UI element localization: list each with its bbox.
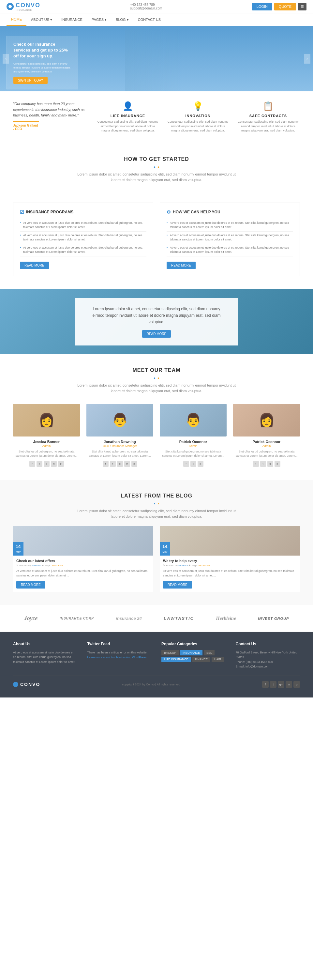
nav-item-home[interactable]: HOME: [6, 13, 26, 26]
partner-insurance24: insurance 24: [116, 616, 142, 621]
patrick1-pi-icon[interactable]: p: [198, 461, 203, 467]
header: CONVO INSURANCE +40 123 456 789 support@…: [0, 0, 313, 13]
section-divider-2: [13, 377, 300, 379]
footer-pi-icon[interactable]: p: [294, 681, 300, 688]
footer-cat-insurance[interactable]: INSURANCE: [180, 650, 202, 655]
footer-contact-email: E-mail: info@domain.com: [236, 664, 300, 669]
jessica-name: Jessica Bonner: [13, 440, 80, 444]
hero-section: Check our insurance services and get up …: [0, 26, 313, 91]
programs-section: ☑ INSURANCE PROGRAMS At vero eos et accu…: [0, 203, 313, 289]
footer-contact-address: 78 Owlford Street, Beverly Hill New York…: [236, 650, 300, 660]
hero-arrow-right[interactable]: ›: [304, 54, 310, 64]
jonathan-g-icon[interactable]: g: [117, 461, 123, 467]
jonathan-in-icon[interactable]: in: [124, 461, 130, 467]
patrick2-name: Patrick Oconnor: [233, 440, 300, 444]
footer-in-icon[interactable]: in: [286, 681, 292, 688]
section-divider-3: [13, 502, 300, 505]
team-grid: 👩 Jessica Bonner Admin Stet clita karud …: [13, 404, 300, 467]
feature-quote-text: "Our company has more than 20 years expe…: [13, 101, 89, 118]
footer-cat-backup[interactable]: BACKUP: [161, 650, 179, 655]
feature-quote-block: "Our company has more than 20 years expe…: [13, 101, 89, 133]
blog-meta-2: ✎ Posted by Worldful ✦ Tags: insurance: [163, 564, 297, 567]
patrick1-desc: Stet clita karud gubergren, no sea takim…: [160, 450, 227, 458]
partner-insurance-corp: INSURANCE CORP: [60, 617, 94, 620]
nav-item-about[interactable]: ABOUT US ▾: [26, 14, 57, 26]
quote-button[interactable]: QUOTE: [274, 3, 296, 10]
bridge-read-more[interactable]: READ MORE: [142, 330, 171, 338]
how-to-start-title: HOW TO GET STARTED: [6, 156, 307, 162]
section-divider-1: [6, 165, 307, 168]
logo-icon: [6, 3, 14, 10]
nav-item-insurance[interactable]: INSURANCE: [57, 14, 87, 25]
jonathan-pi-icon[interactable]: p: [131, 461, 137, 467]
jessica-in-icon[interactable]: in: [51, 461, 57, 467]
bridge-text: Lorem ipsum dolor sit amet, consetetur s…: [88, 305, 225, 326]
life-insurance-icon: 👤: [96, 101, 159, 111]
footer-twitter-col: Twitter Feed There has been a critical e…: [87, 642, 152, 669]
footer-about-title: About Us: [13, 642, 78, 646]
bridge-content-card: Lorem ipsum dolor sit amet, consetetur s…: [75, 298, 238, 345]
jonathan-fb-icon[interactable]: f: [103, 461, 108, 467]
footer-grid: About Us At vero eos et accusam et justo…: [13, 642, 300, 669]
patrick2-tw-icon[interactable]: t: [260, 461, 266, 467]
footer-gp-icon[interactable]: g+: [278, 681, 284, 688]
blog-desc: Lorem ipsum dolor sit amet, consetetur s…: [75, 508, 238, 520]
patrick2-in-icon[interactable]: p: [275, 461, 280, 467]
header-contact: +40 123 456 789 support@domain.com: [130, 3, 162, 10]
nav-item-pages[interactable]: PAGES ▾: [87, 14, 111, 26]
footer-bottom: CONVO copyright 2024 by Convo | All righ…: [13, 676, 300, 688]
jessica-pi-icon[interactable]: p: [58, 461, 64, 467]
footer-fb-icon[interactable]: f: [262, 681, 269, 688]
blog-read-more-2[interactable]: READ MORE: [163, 581, 192, 589]
patrick1-tw-icon[interactable]: t: [191, 461, 196, 467]
footer-contact-phone: Phone: (800) 0123 4567 890: [236, 660, 300, 664]
team-member-jonathan: 👨 Jonathan Downing CEO / Insurance Manag…: [86, 404, 153, 467]
menu-icon-button[interactable]: ☰: [298, 3, 307, 10]
footer-cat-ssl[interactable]: SSL: [204, 650, 214, 655]
hero-arrow-left[interactable]: ‹: [3, 54, 9, 64]
program-item-1: At vero eos et accusam et justo duo dolo…: [20, 219, 146, 232]
logo-text: CONVO: [16, 2, 40, 8]
bridge-section: Lorem ipsum dolor sit amet, consetetur s…: [0, 289, 313, 354]
team-member-jessica: 👩 Jessica Bonner Admin Stet clita karud …: [13, 404, 80, 467]
footer-tw-icon[interactable]: t: [270, 681, 276, 688]
hero-title: Check our insurance services and get up …: [13, 41, 71, 59]
insurance-programs-title: ☑ INSURANCE PROGRAMS: [20, 210, 146, 215]
blog-day-1: 14: [16, 544, 21, 549]
partner-lawtastic: LAWTASTIC: [164, 616, 194, 621]
footer-twitter-text: There has been a critical error on this …: [87, 650, 152, 655]
blog-post-title-2: We try to help every: [163, 559, 297, 563]
footer-cat-hair[interactable]: HAIR: [211, 657, 224, 662]
patrick2-g-icon[interactable]: g: [267, 461, 273, 467]
hero-overlay-card: Check our insurance services and get up …: [6, 36, 78, 89]
blog-body-1: Check our latest offers ✎ Posted by Worl…: [13, 555, 153, 592]
patrick2-desc: Stet clita karud gubergren, no sea takim…: [233, 450, 300, 458]
blog-read-more-1[interactable]: READ MORE: [16, 581, 45, 589]
blog-grid: 14 May Check our latest offers ✎ Posted …: [13, 526, 300, 592]
jessica-fb-icon[interactable]: f: [29, 461, 35, 467]
signup-button[interactable]: SIGN UP TODAY: [13, 77, 48, 84]
blog-author-1: Worldful: [32, 564, 41, 567]
jonathan-tw-icon[interactable]: t: [110, 461, 116, 467]
header-email: support@domain.com: [130, 6, 162, 10]
contracts-icon: 📋: [237, 101, 300, 111]
footer-cat-life[interactable]: LIFE INSURANCE: [161, 657, 191, 662]
nav-item-contact[interactable]: CONTACT US: [133, 14, 166, 25]
nav-item-blog[interactable]: BLOG ▾: [111, 14, 133, 26]
footer-cat-finance[interactable]: FINANCE: [192, 657, 211, 662]
patrick1-fb-icon[interactable]: f: [183, 461, 189, 467]
how-help-read-more[interactable]: READ MORE: [167, 262, 195, 269]
patrick2-fb-icon[interactable]: f: [253, 461, 259, 467]
insurance-programs-read-more[interactable]: READ MORE: [20, 262, 49, 269]
main-nav: HOME ABOUT US ▾ INSURANCE PAGES ▾ BLOG ▾…: [0, 13, 313, 26]
footer-twitter-link[interactable]: Learn more about troubleshooting WordPre…: [87, 656, 147, 659]
blog-day-2: 14: [162, 544, 168, 549]
jessica-g-icon[interactable]: g: [44, 461, 49, 467]
contracts-desc: Consectetur sadipscing elitr, sed diam n…: [237, 120, 300, 133]
how-help-list: At vero eos et accusam et justo duo dolo…: [167, 219, 293, 256]
blog-image-1: 14 May: [13, 526, 153, 555]
blog-author-2: Worldful: [178, 564, 188, 567]
jessica-tw-icon[interactable]: t: [37, 461, 42, 467]
login-button[interactable]: LOGIN: [252, 3, 272, 10]
jessica-social: f t g in p: [13, 461, 80, 467]
